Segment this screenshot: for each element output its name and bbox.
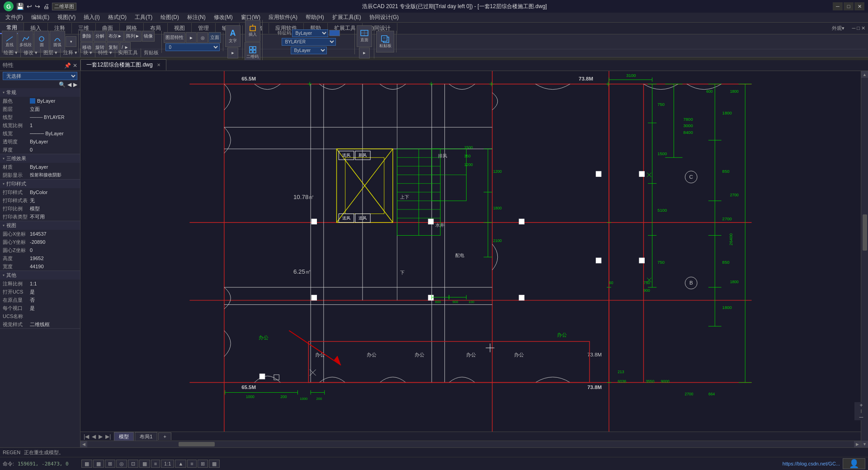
- toolbar-elevation-btn[interactable]: 立面: [208, 32, 221, 43]
- quick-access-undo[interactable]: ↩: [27, 3, 32, 10]
- toolbar-explode-btn[interactable]: 分解: [94, 31, 106, 42]
- layout-nav-first[interactable]: |◀: [82, 433, 90, 440]
- menu-file[interactable]: 文件(F): [2, 13, 27, 22]
- hscroll-right-btn[interactable]: ▶: [854, 441, 861, 448]
- props-view-header[interactable]: ▾ 视图: [0, 221, 80, 230]
- hscroll-thumb[interactable]: [179, 442, 215, 446]
- toolbar-mirror-btn[interactable]: 镜像: [142, 31, 155, 42]
- lweight-btn[interactable]: ≡: [151, 460, 160, 468]
- toolbar-frontview-btn[interactable]: 直面: [357, 25, 372, 47]
- properties-title: 特性: [3, 62, 14, 69]
- toolbar-text-exp[interactable]: ►: [227, 47, 238, 58]
- props-3d-header[interactable]: ▾ 三维效果: [0, 154, 80, 163]
- title-bar-right[interactable]: ─ □ ✕: [833, 2, 864, 10]
- snap-btn[interactable]: ▦: [81, 460, 92, 468]
- props-general-header[interactable]: ▾ 常规: [0, 88, 80, 97]
- menu-insert[interactable]: 插入(I): [80, 13, 103, 22]
- grid-btn[interactable]: ▦: [93, 460, 104, 468]
- minimize-btn[interactable]: ─: [833, 2, 843, 10]
- ortho-btn[interactable]: ⊞: [105, 460, 115, 468]
- menu-annotate[interactable]: 标注(N): [184, 13, 209, 22]
- quick-access-save[interactable]: 💾: [16, 3, 24, 10]
- layout-nav-next[interactable]: ▶: [97, 433, 104, 440]
- vscroll-thumb[interactable]: [863, 214, 867, 251]
- menu-draw[interactable]: 绘图(D): [157, 13, 183, 22]
- zoom-in-btn[interactable]: +: [859, 402, 863, 408]
- toolbar-layer-vis-btn[interactable]: ◎: [197, 32, 208, 43]
- quick-access-2d[interactable]: 二维草图: [52, 3, 76, 10]
- toolbar-view-exp[interactable]: ►: [359, 47, 370, 58]
- linetype-select[interactable]: BYLAYER: [282, 38, 336, 46]
- color-box[interactable]: [329, 30, 340, 36]
- svg-rect-64: [519, 295, 524, 300]
- scale-btn[interactable]: 1:1: [161, 460, 174, 468]
- menu-format[interactable]: 格式(O): [104, 13, 130, 22]
- tab-drawing[interactable]: 一套12层综合楼施工图.dwg ✕: [80, 59, 166, 71]
- props-print-header[interactable]: ▾ 打印样式: [0, 180, 80, 188]
- props-close-icon[interactable]: ✕: [73, 62, 77, 69]
- menu-app[interactable]: 应用软件(A): [265, 13, 301, 22]
- divider2: [40, 48, 41, 57]
- toolbar-paste-btn[interactable]: 粘贴板: [376, 31, 394, 52]
- toolbar-layer-prop-btn[interactable]: 图层特性: [164, 32, 185, 43]
- quick-access-redo[interactable]: ↪: [35, 3, 40, 10]
- vscroll-down-btn[interactable]: ▼: [861, 441, 868, 447]
- toolbar-delete-btn[interactable]: 删除: [80, 31, 93, 42]
- props-search-icon[interactable]: 🔍: [59, 81, 66, 88]
- lineweight-select[interactable]: ByLayer: [291, 47, 327, 54]
- hscroll-left-btn[interactable]: ◀: [80, 441, 87, 448]
- svg-text:办公: 办公: [466, 352, 476, 357]
- layer-select[interactable]: 0立面: [165, 43, 220, 51]
- annot-btn[interactable]: ▲: [175, 460, 186, 468]
- svg-text:送风: 送风: [359, 216, 367, 220]
- vscroll[interactable]: ▲ ▼ + ─: [861, 71, 868, 447]
- vscroll-up-btn[interactable]: ▲: [861, 71, 868, 78]
- maximize-btn[interactable]: □: [844, 2, 854, 10]
- ws-btn[interactable]: ≡: [187, 460, 196, 468]
- tab-close-btn[interactable]: ✕: [157, 62, 160, 67]
- menu-modify[interactable]: 修改(M): [210, 13, 236, 22]
- toolbar-draw-expand[interactable]: ▾: [66, 36, 76, 47]
- close-btn[interactable]: ✕: [854, 2, 864, 10]
- toolbar-insert-btn[interactable]: 插入: [245, 20, 260, 42]
- drawing-area[interactable]: 送风 新风 送风 送风: [80, 71, 861, 447]
- toolbar-bool-btn[interactable]: 布尔►: [107, 31, 124, 42]
- layout-tab-2[interactable]: +: [158, 432, 171, 440]
- url-display[interactable]: https://blog.csdn.net/GC...: [783, 461, 840, 466]
- esnap-btn[interactable]: ⊡: [128, 460, 138, 468]
- quick-access-print[interactable]: 🖨: [43, 3, 49, 10]
- misc-btn[interactable]: ▦: [209, 460, 220, 468]
- props-pin-icon[interactable]: 📌: [64, 62, 71, 69]
- menu-edit[interactable]: 编辑(E): [28, 13, 53, 22]
- menu-tools[interactable]: 工具(T): [131, 13, 156, 22]
- cad-canvas[interactable]: 送风 新风 送风 送风: [80, 71, 861, 447]
- layout-nav-prev[interactable]: ◀: [90, 433, 97, 440]
- status-bar: REGEN 正在重生成模型。 命令: 159691, -28473, 0 ▦ ▦…: [0, 447, 868, 470]
- props-nav2-icon[interactable]: ▶: [73, 81, 77, 88]
- toolbar-array-btn[interactable]: 阵列►: [124, 31, 142, 42]
- appearance-btn[interactable]: 外观▾: [827, 24, 849, 33]
- toolbar-layer-exp-btn[interactable]: ►: [186, 32, 197, 43]
- layout-tab-model[interactable]: 模型: [114, 432, 134, 441]
- dynin-btn[interactable]: ▦: [139, 460, 150, 468]
- selection-filter-select[interactable]: 无选择: [3, 72, 77, 80]
- bycolor-select[interactable]: ByLayer: [292, 29, 328, 37]
- menu-view[interactable]: 视图(V): [54, 13, 79, 22]
- svg-rect-67: [639, 171, 644, 176]
- hscroll[interactable]: ◀ ▶: [80, 441, 861, 447]
- toolbar-pin[interactable]: ─ □ ✕: [849, 24, 868, 33]
- layout-nav-last[interactable]: ▶|: [104, 433, 112, 440]
- menu-ext-tools[interactable]: 扩展工具(E): [329, 13, 365, 22]
- svg-point-1: [39, 37, 44, 41]
- props-misc-header[interactable]: ▾ 其他: [0, 271, 80, 280]
- svg-text:6.25㎡: 6.25㎡: [293, 268, 311, 275]
- hw-btn[interactable]: ⊞: [198, 460, 208, 468]
- zoom-out-btn[interactable]: ─: [859, 414, 863, 420]
- divider4: [80, 48, 80, 57]
- toolbar-text-btn[interactable]: A 文字: [225, 25, 241, 47]
- menu-collab[interactable]: 协同设计(G): [366, 13, 402, 22]
- menu-help[interactable]: 帮助(H): [302, 13, 328, 22]
- props-nav-icon[interactable]: ◀: [67, 81, 71, 88]
- polar-btn[interactable]: ◎: [116, 460, 127, 468]
- layout-tab-1[interactable]: 布局1: [135, 432, 157, 441]
